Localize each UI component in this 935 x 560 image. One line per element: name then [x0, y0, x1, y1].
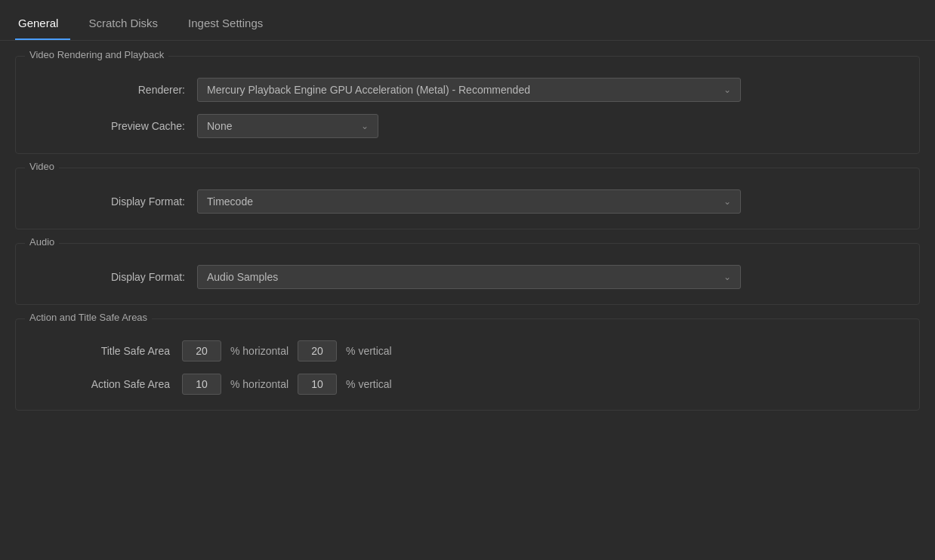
action-safe-percent-horizontal: % horizontal: [230, 378, 289, 390]
title-safe-percent-vertical: % vertical: [346, 345, 392, 357]
action-safe-vertical-input[interactable]: [298, 374, 337, 395]
preview-cache-dropdown-arrow: ⌄: [361, 121, 369, 131]
title-safe-horizontal-input[interactable]: [182, 340, 221, 362]
action-safe-area-label: Action Safe Area: [31, 378, 182, 390]
audio-section-label: Audio: [25, 236, 59, 248]
audio-display-format-value: Audio Samples: [207, 271, 278, 283]
safe-areas-section: Action and Title Safe Areas Title Safe A…: [15, 318, 920, 411]
video-rendering-section-label: Video Rendering and Playback: [25, 49, 168, 60]
tab-ingest-settings[interactable]: Ingest Settings: [185, 11, 275, 40]
video-display-format-arrow: ⌄: [724, 196, 731, 207]
video-rendering-section: Video Rendering and Playback Renderer: M…: [15, 56, 920, 154]
renderer-dropdown-arrow: ⌄: [724, 85, 731, 95]
video-display-format-dropdown[interactable]: Timecode ⌄: [197, 189, 741, 214]
preview-cache-label: Preview Cache:: [31, 120, 197, 132]
title-safe-percent-horizontal: % horizontal: [230, 345, 289, 357]
title-safe-vertical-input[interactable]: [298, 340, 337, 362]
audio-display-format-label: Display Format:: [31, 271, 197, 283]
tab-general[interactable]: General: [15, 11, 70, 40]
safe-areas-section-label: Action and Title Safe Areas: [25, 312, 152, 323]
action-safe-percent-vertical: % vertical: [346, 378, 392, 390]
tabs-bar: General Scratch Disks Ingest Settings: [0, 0, 935, 41]
audio-display-format-dropdown[interactable]: Audio Samples ⌄: [197, 265, 741, 289]
preview-cache-dropdown[interactable]: None ⌄: [197, 114, 378, 138]
video-display-format-value: Timecode: [207, 195, 253, 208]
audio-display-format-arrow: ⌄: [724, 272, 731, 282]
title-safe-area-label: Title Safe Area: [31, 345, 182, 357]
renderer-label: Renderer:: [31, 84, 197, 96]
action-safe-horizontal-input[interactable]: [182, 374, 221, 395]
renderer-dropdown[interactable]: Mercury Playback Engine GPU Acceleration…: [197, 78, 741, 102]
preview-cache-value: None: [207, 120, 232, 132]
renderer-value: Mercury Playback Engine GPU Acceleration…: [207, 84, 530, 96]
video-section: Video Display Format: Timecode ⌄: [15, 168, 920, 229]
tab-scratch-disks[interactable]: Scratch Disks: [85, 11, 170, 40]
video-section-label: Video: [25, 161, 59, 172]
content-area: Video Rendering and Playback Renderer: M…: [0, 41, 935, 439]
audio-section: Audio Display Format: Audio Samples ⌄: [15, 243, 920, 305]
video-display-format-label: Display Format:: [31, 195, 197, 208]
